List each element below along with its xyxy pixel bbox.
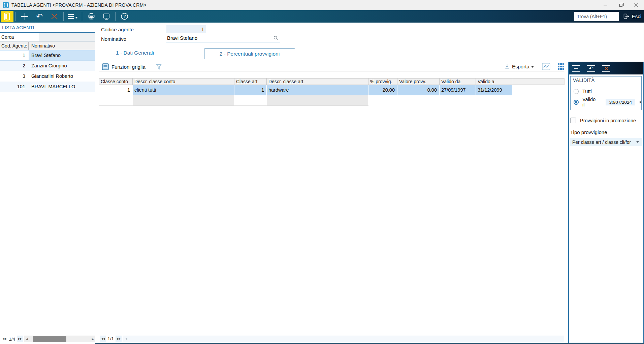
delete-row-button[interactable] <box>601 65 612 72</box>
esporta-caret-icon[interactable] <box>531 66 534 68</box>
grid-cell: clienti tutti <box>133 85 234 95</box>
toolbar-separator <box>63 12 64 21</box>
new-record-button[interactable] <box>17 11 32 22</box>
grid-first-page-button[interactable]: ◀◀ <box>100 336 106 342</box>
agent-name-cell: Bravi Stefano <box>29 51 95 60</box>
maximize-button[interactable] <box>613 0 629 10</box>
column-header[interactable]: % provvig. <box>368 78 397 85</box>
minimize-button[interactable] <box>598 0 613 10</box>
grid-toolbar-right: Esporta <box>504 62 564 70</box>
tab-dati-generali[interactable]: 1 - Dati Generali <box>107 50 163 56</box>
grid-row-selected[interactable]: 1 clienti tutti 1 hardware 20,00 0,00 27… <box>99 85 512 95</box>
esci-button[interactable]: Esci <box>623 13 641 20</box>
nominativo-field[interactable]: Bravi Stefano <box>166 34 280 42</box>
agent-row-selected[interactable]: 1 Bravi Stefano <box>0 50 95 61</box>
sidebar-search-input[interactable]: Cerca <box>0 33 95 42</box>
grid-toolbar-divider <box>99 71 565 71</box>
toolbar-separator <box>15 12 15 21</box>
agent-name-cell: BRAVI MARCELLO <box>29 82 95 92</box>
undo-row-button[interactable]: ↶ <box>586 65 597 72</box>
trova-input[interactable] <box>574 12 619 21</box>
column-header-nominativo[interactable]: Nominativo <box>29 42 95 50</box>
help-icon: ? <box>121 12 129 21</box>
grid-h-scrollbar[interactable]: ◀ <box>123 336 565 342</box>
agent-row[interactable]: 101 BRAVI MARCELLO <box>0 82 95 92</box>
filter-icon[interactable] <box>156 63 162 70</box>
last-page-button[interactable]: ▶▶ <box>17 336 23 342</box>
grid-cell-empty <box>267 95 368 105</box>
toolbar-separator <box>115 12 116 21</box>
promozione-label: Provvigioni in promozione <box>580 118 636 123</box>
nominativo-label: Nominativo <box>101 36 126 42</box>
column-header-cod-agente[interactable]: Cod. Agente <box>0 42 29 50</box>
column-header[interactable]: Valido da <box>440 78 476 85</box>
radio-valido-il[interactable]: Valido il 30/07/2024 <box>571 98 641 106</box>
codice-agente-label: Codice agente <box>101 27 134 32</box>
tipo-provvigione-value: Per classe art / classe cli/for <box>572 139 631 145</box>
tab-label: - Dati Generali <box>119 50 154 56</box>
grid-cell-empty <box>133 95 234 105</box>
undo-row-icon: ↶ <box>589 66 593 71</box>
date-expand-icon[interactable] <box>640 101 641 103</box>
column-header[interactable]: Classe conto <box>99 78 133 85</box>
column-header[interactable]: Valido a <box>476 78 512 85</box>
chevron-down-icon <box>75 17 78 19</box>
hamburger-icon <box>68 14 74 19</box>
menu-dropdown-button[interactable] <box>65 11 80 22</box>
scrollbar-track[interactable] <box>29 336 90 342</box>
grid-cell: 1 <box>234 85 267 95</box>
scrollbar-thumb[interactable] <box>33 336 66 342</box>
first-page-button[interactable]: ◀◀ <box>1 336 7 342</box>
column-header[interactable]: Descr. classe conto <box>133 78 234 85</box>
grid-cell-empty <box>99 95 133 105</box>
grid-last-page-button[interactable]: ▶▶ <box>116 336 122 342</box>
radio-valido-label: Valido il <box>582 97 599 107</box>
chart-icon[interactable] <box>542 63 550 70</box>
grid-page-indicator: 1/1 <box>106 336 116 341</box>
funzioni-griglia-button[interactable]: Funzioni griglia <box>111 64 146 70</box>
restore-icon <box>619 4 622 7</box>
promozione-checkbox-row[interactable]: Provvigioni in promozione <box>569 118 643 123</box>
esporta-button[interactable]: Esporta <box>512 64 529 69</box>
agent-code-cell: 1 <box>0 51 29 60</box>
undo-button[interactable]: ↶ <box>32 11 47 22</box>
radio-tutti[interactable]: Tutti <box>571 88 641 95</box>
agent-row[interactable]: 3 Giancarlini Roberto <box>0 71 95 82</box>
agent-row[interactable]: 2 Zanzini Giorgino <box>0 61 95 71</box>
tipo-provvigione-select[interactable]: Per classe art / classe cli/for <box>570 138 642 146</box>
nominativo-value: Bravi Stefano <box>167 35 197 41</box>
print-button[interactable] <box>84 11 99 22</box>
delete-record-button[interactable] <box>47 11 62 22</box>
title-bar: TABELLA AGENTI <PROVACRM - AZIENDA DI PR… <box>0 0 644 10</box>
codice-agente-field[interactable]: 1 <box>166 25 206 33</box>
tipo-provvigione-label: Tipo provvigione <box>570 129 643 135</box>
tab-percentuali-provvigioni[interactable]: 2 - Percentuali provvigioni <box>204 49 295 59</box>
search-icon[interactable] <box>273 35 278 40</box>
column-header-filler <box>512 78 565 85</box>
print-preview-button[interactable] <box>99 11 114 22</box>
grid-functions-icon <box>102 63 109 70</box>
add-row-button[interactable] <box>571 65 581 72</box>
radio-tutti-label: Tutti <box>582 89 592 94</box>
minimize-icon <box>604 5 607 5</box>
app-menu-button[interactable] <box>1 11 13 22</box>
plus-icon <box>21 13 28 20</box>
close-button[interactable] <box>629 0 644 10</box>
help-button[interactable]: ? <box>117 11 132 22</box>
validita-title: VALIDITÀ <box>571 76 641 84</box>
grid-cell: 0,00 <box>397 85 440 95</box>
grid-row-empty[interactable] <box>99 95 368 106</box>
grid-cell: 20,00 <box>368 85 397 95</box>
column-header[interactable]: Valore provv. <box>397 78 440 85</box>
select-caret-icon <box>636 141 639 143</box>
layout-grid-icon[interactable] <box>558 63 564 70</box>
column-header[interactable]: Descr. classe art. <box>267 78 368 85</box>
valido-il-date-field[interactable]: 30/07/2024 <box>606 99 635 105</box>
tab-number: 1 <box>116 50 119 56</box>
esci-label: Esci <box>632 13 641 19</box>
app-menu-icon <box>4 12 10 21</box>
scroll-right-icon[interactable]: ▶ <box>90 338 95 341</box>
scroll-left-icon[interactable]: ◀ <box>24 338 29 341</box>
column-header[interactable]: Classe art. <box>234 78 267 85</box>
agent-code-cell: 2 <box>0 61 29 71</box>
